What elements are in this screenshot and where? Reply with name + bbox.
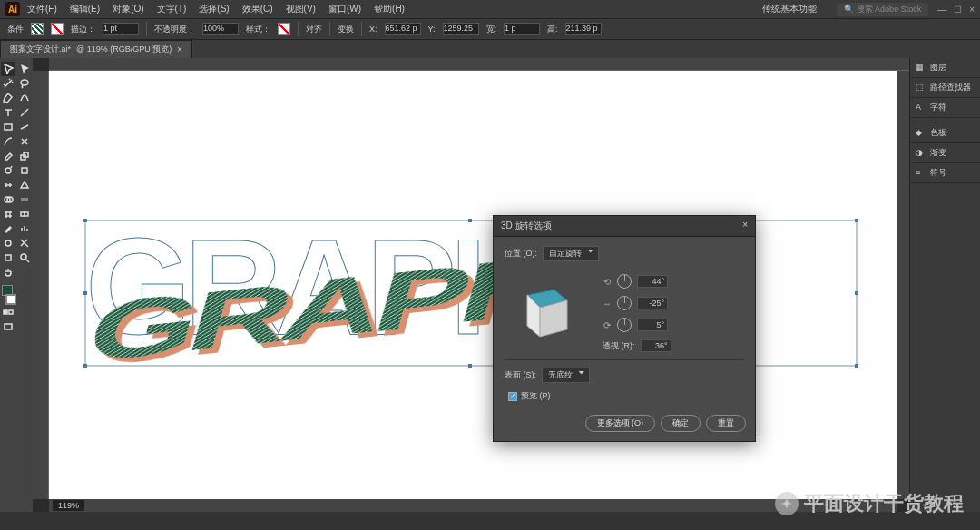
svg-rect-12: [21, 198, 28, 201]
axis-z-dial[interactable]: [617, 318, 632, 332]
gradient-tool[interactable]: [17, 192, 32, 207]
hand-tool[interactable]: [1, 265, 15, 280]
panel-layers[interactable]: ▦图层: [910, 58, 980, 78]
h-input[interactable]: 211.39 p: [565, 23, 602, 35]
direct-selection-tool[interactable]: [17, 62, 32, 76]
style-swatch[interactable]: [278, 23, 290, 35]
opacity-label: 不透明度：: [154, 24, 195, 35]
more-options-button[interactable]: 更多选项 (O): [585, 415, 656, 432]
panel-pathfinder[interactable]: ⬚路径查找器: [910, 78, 980, 98]
artboard[interactable]: GRAPHIC GRAPHIC GRAPHIC: [49, 71, 897, 499]
menu-type[interactable]: 文字(T): [152, 1, 192, 17]
menu-effect[interactable]: 效果(C): [237, 1, 279, 17]
menu-file[interactable]: 文件(F): [22, 1, 63, 17]
width-tool[interactable]: [1, 178, 15, 192]
right-panel: ▦图层 ⬚路径查找器 A字符 ◆色板 ◑渐变 ≡符号: [909, 58, 980, 512]
type-tool[interactable]: [1, 105, 15, 120]
window-min-icon[interactable]: —: [937, 5, 946, 15]
lasso-tool[interactable]: [17, 76, 32, 91]
zoom-tool[interactable]: [17, 250, 32, 265]
perspective-tool[interactable]: [17, 178, 32, 192]
svg-rect-14: [24, 212, 28, 216]
shape-builder-tool[interactable]: [1, 192, 15, 207]
scrollbar-vertical[interactable]: [897, 71, 909, 499]
svg-rect-4: [5, 255, 11, 260]
dialog-close-icon[interactable]: ×: [742, 220, 748, 232]
x-label: X:: [369, 25, 377, 34]
color-mode-toggle[interactable]: [1, 305, 15, 319]
panel-character[interactable]: A字符: [910, 98, 980, 118]
workspace-title[interactable]: 传统基本功能: [762, 3, 835, 15]
svg-rect-23: [855, 219, 858, 222]
svg-point-8: [21, 80, 28, 85]
mesh-tool[interactable]: [1, 207, 15, 221]
eyedropper-tool[interactable]: [1, 221, 15, 236]
reset-button[interactable]: 重置: [706, 415, 746, 432]
eraser-tool[interactable]: [1, 149, 15, 163]
document-close-icon[interactable]: ×: [177, 44, 182, 54]
status-bar: 119%: [49, 499, 897, 512]
blend-tool[interactable]: [17, 207, 32, 221]
menu-object[interactable]: 对象(O): [107, 1, 149, 17]
selection-tool[interactable]: [1, 62, 15, 76]
menu-view[interactable]: 视图(V): [280, 1, 321, 17]
x-input[interactable]: 651.62 p: [385, 23, 421, 35]
selection-mode-label: 条件: [7, 24, 24, 35]
zoom-level-input[interactable]: 119%: [53, 500, 84, 511]
swatches-icon: ◆: [916, 128, 926, 139]
panel-swatches[interactable]: ◆色板: [910, 123, 980, 143]
stroke-swatch[interactable]: [51, 23, 64, 35]
axis-x-input[interactable]: [637, 275, 668, 288]
preview-checkbox[interactable]: ✓: [508, 392, 517, 401]
scale-tool[interactable]: [17, 149, 32, 163]
surface-select[interactable]: 无底纹: [542, 368, 590, 383]
menu-select[interactable]: 选择(S): [193, 1, 234, 17]
rotation-cube-preview[interactable]: [505, 269, 586, 350]
shaper-tool[interactable]: [17, 120, 32, 134]
svg-point-15: [21, 254, 26, 260]
y-input[interactable]: 1259.25: [443, 23, 479, 35]
axis-y-icon: ↔: [603, 299, 612, 309]
gradient-icon: ◑: [916, 148, 926, 159]
stroke-weight-input[interactable]: 1 pt: [103, 23, 139, 35]
panel-gradient[interactable]: ◑渐变: [910, 143, 980, 163]
curvature-tool[interactable]: [17, 91, 32, 105]
axis-y-dial[interactable]: [617, 296, 632, 310]
graph-tool[interactable]: [17, 221, 32, 236]
slice-tool[interactable]: [17, 236, 32, 250]
document-tab[interactable]: 图案文字设计.ai* @ 119% (RGB/GPU 预览) ×: [0, 40, 192, 58]
position-select[interactable]: 自定旋转: [543, 246, 599, 261]
scissors-tool[interactable]: [17, 134, 32, 149]
window-max-icon[interactable]: ☐: [954, 5, 962, 15]
w-input[interactable]: 1 p: [504, 23, 540, 35]
free-transform-tool[interactable]: [17, 163, 32, 178]
perspective-input[interactable]: [641, 339, 671, 352]
brush-tool[interactable]: [1, 134, 15, 149]
fill-stroke-control[interactable]: [0, 285, 16, 305]
window-close-icon[interactable]: ×: [969, 5, 975, 15]
pen-tool[interactable]: [1, 91, 15, 105]
axis-y-input[interactable]: [637, 297, 668, 309]
ok-button[interactable]: 确定: [661, 415, 701, 432]
menu-help[interactable]: 帮助(H): [368, 1, 410, 17]
line-tool[interactable]: [17, 105, 32, 120]
panel-symbols[interactable]: ≡符号: [910, 163, 980, 183]
rectangle-tool[interactable]: [1, 120, 15, 134]
artboard-tool[interactable]: [1, 250, 15, 265]
axis-z-icon: ⟳: [603, 320, 612, 330]
align-button[interactable]: 对齐: [306, 24, 322, 35]
perspective-label: 透视 (R):: [603, 340, 635, 352]
screen-mode-toggle[interactable]: [1, 319, 15, 334]
menu-edit[interactable]: 编辑(E): [64, 1, 105, 17]
symbol-tool[interactable]: [1, 236, 15, 250]
stock-search[interactable]: 🔍 搜索 Adobe Stock: [837, 3, 928, 16]
axis-x-dial[interactable]: [617, 274, 632, 289]
rotate-tool[interactable]: [1, 163, 15, 178]
magic-wand-tool[interactable]: [1, 76, 15, 91]
menu-window[interactable]: 窗口(W): [323, 1, 367, 17]
transform-button[interactable]: 变换: [338, 24, 354, 35]
preview-label: 预览 (P): [521, 390, 551, 402]
opacity-input[interactable]: 100%: [202, 23, 239, 35]
fill-swatch[interactable]: [31, 23, 44, 35]
axis-z-input[interactable]: [637, 319, 668, 331]
